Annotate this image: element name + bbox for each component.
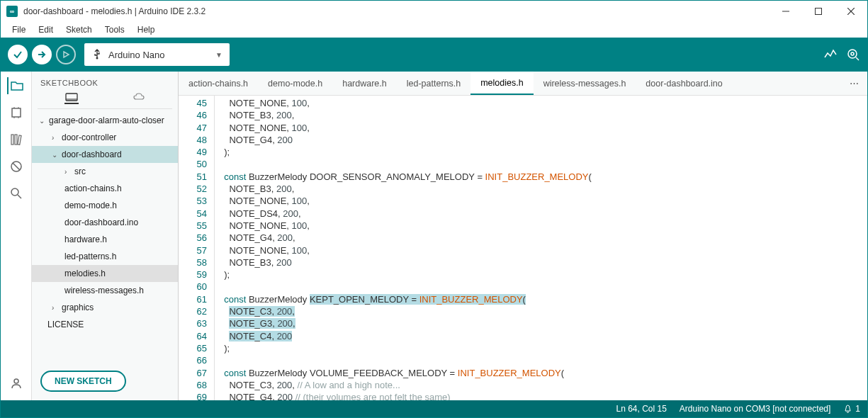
close-button[interactable] — [835, 1, 867, 22]
cloud-sketchbook-tab[interactable] — [132, 94, 146, 104]
serial-monitor-button[interactable] — [846, 47, 860, 62]
svg-point-7 — [848, 50, 857, 58]
tab[interactable]: door-dashboard.ino — [636, 72, 732, 95]
file-tree[interactable]: ⌄garage-door-alarm-auto-closer ›door-con… — [32, 109, 178, 362]
svg-line-8 — [856, 57, 859, 60]
window-controls — [770, 1, 867, 22]
chevron-down-icon: ▼ — [215, 51, 222, 59]
tree-file[interactable]: wireless-messages.h — [32, 282, 178, 299]
svg-rect-1 — [816, 9, 822, 15]
board-selector[interactable]: Arduino Nano ▼ — [84, 43, 230, 66]
tab[interactable]: demo-mode.h — [258, 72, 332, 95]
tab[interactable]: action-chains.h — [179, 72, 258, 95]
menu-help[interactable]: Help — [132, 23, 161, 36]
tab-overflow[interactable]: ⋯ — [841, 72, 867, 95]
debug-button[interactable] — [56, 45, 76, 64]
tree-door-controller[interactable]: ›door-controller — [32, 129, 178, 146]
tree-file[interactable]: led-patterns.h — [32, 248, 178, 265]
library-manager-icon[interactable] — [8, 131, 25, 148]
toolbar: Arduino Nano ▼ — [1, 38, 867, 72]
local-sketchbook-tab[interactable] — [64, 94, 79, 104]
sidebar-tabs — [38, 90, 172, 109]
statusbar: Ln 64, Col 15 Arduino Nano on COM3 [not … — [1, 400, 867, 417]
tree-file[interactable]: door-dashboard.ino — [32, 214, 178, 231]
menu-edit[interactable]: Edit — [33, 23, 59, 36]
menu-sketch[interactable]: Sketch — [60, 23, 98, 36]
bell-icon — [843, 405, 852, 414]
notifications[interactable]: 1 — [843, 404, 860, 414]
svg-line-21 — [18, 195, 21, 198]
menu-file[interactable]: File — [6, 23, 31, 36]
toolbar-right — [823, 47, 860, 62]
editor-area: action-chains.h demo-mode.h hardware.h l… — [179, 72, 867, 400]
tab[interactable]: hardware.h — [332, 72, 397, 95]
svg-marker-5 — [64, 52, 69, 57]
editor-tabs: action-chains.h demo-mode.h hardware.h l… — [179, 72, 867, 96]
verify-button[interactable] — [8, 45, 28, 64]
svg-rect-16 — [15, 135, 17, 145]
svg-rect-15 — [11, 135, 13, 145]
new-sketch-button[interactable]: NEW SKETCH — [40, 371, 126, 392]
usb-icon — [91, 49, 103, 60]
main: SKETCHBOOK ⌄garage-door-alarm-auto-close… — [1, 72, 867, 400]
account-icon[interactable] — [8, 375, 25, 392]
tree-file[interactable]: action-chains.h — [32, 180, 178, 197]
tree-license[interactable]: LICENSE — [32, 316, 178, 333]
svg-rect-17 — [17, 135, 21, 145]
sidebar-title: SKETCHBOOK — [32, 72, 178, 90]
tree-file[interactable]: hardware.h — [32, 231, 178, 248]
cursor-position[interactable]: Ln 64, Col 15 — [616, 404, 666, 414]
board-status[interactable]: Arduino Nano on COM3 [not connected] — [680, 404, 830, 414]
board-name: Arduino Nano — [108, 50, 165, 60]
tab[interactable]: led-patterns.h — [397, 72, 470, 95]
menubar: File Edit Sketch Tools Help — [1, 22, 867, 38]
svg-point-9 — [851, 52, 854, 55]
sketchbook-icon[interactable] — [7, 77, 24, 94]
tree-project[interactable]: ⌄garage-door-alarm-auto-closer — [32, 112, 178, 129]
upload-button[interactable] — [32, 45, 52, 64]
svg-line-19 — [13, 163, 20, 170]
boards-manager-icon[interactable] — [8, 104, 25, 121]
menu-tools[interactable]: Tools — [99, 23, 130, 36]
tree-graphics[interactable]: ›graphics — [32, 299, 178, 316]
debug-icon[interactable] — [8, 158, 25, 175]
tree-file[interactable]: demo-mode.h — [32, 197, 178, 214]
serial-plotter-button[interactable] — [823, 47, 838, 62]
minimize-button[interactable] — [770, 1, 802, 22]
svg-point-6 — [96, 57, 98, 60]
window-title: door-dashboard - melodies.h | Arduino ID… — [23, 6, 770, 16]
app-icon: ∞ — [6, 6, 18, 17]
activitybar — [1, 72, 32, 400]
line-gutter: 4546474849505152535455565758596061626364… — [179, 96, 214, 400]
new-sketch-wrap: NEW SKETCH — [32, 362, 178, 400]
code-area[interactable]: 4546474849505152535455565758596061626364… — [179, 96, 867, 400]
svg-point-22 — [14, 379, 18, 383]
code-content[interactable]: NOTE_NONE, 100, NOTE_B3, 200, NOTE_NONE,… — [214, 96, 867, 400]
tree-src[interactable]: ›src — [32, 163, 178, 180]
svg-rect-10 — [12, 108, 21, 117]
sidebar: SKETCHBOOK ⌄garage-door-alarm-auto-close… — [32, 72, 179, 400]
tree-file-active[interactable]: melodies.h — [32, 265, 178, 282]
tree-door-dashboard[interactable]: ⌄door-dashboard — [32, 146, 178, 163]
tab[interactable]: wireless-messages.h — [534, 72, 636, 95]
titlebar: ∞ door-dashboard - melodies.h | Arduino … — [1, 1, 867, 22]
tab-active[interactable]: melodies.h — [470, 72, 533, 95]
maximize-button[interactable] — [802, 1, 835, 22]
search-icon[interactable] — [8, 185, 25, 202]
svg-point-20 — [11, 188, 18, 196]
